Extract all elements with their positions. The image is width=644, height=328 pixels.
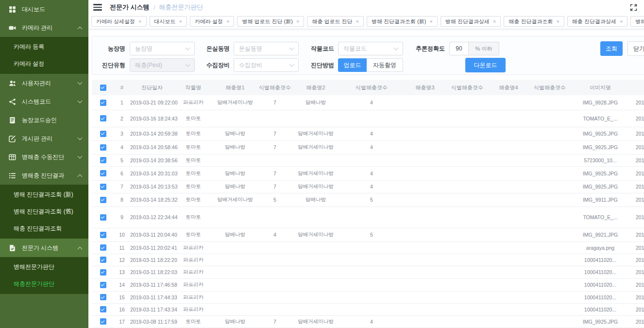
search-button[interactable]: 조회 [600,41,623,56]
tab-bar: 카메라 상세설정×대시보드×카메라 설정×병해 업로드 진단 (新)×해충 업로… [88,15,644,29]
cell-image: 1000411020... [571,266,630,278]
row-checkbox[interactable] [100,269,106,276]
close-tab-icon[interactable]: × [493,18,496,24]
row-checkbox[interactable] [100,232,106,238]
sidebar-item[interactable]: 병해충 수동진단 [0,148,88,166]
cell-count3 [446,140,488,154]
sidebar-subitem[interactable]: 병해전문가판단 [0,259,88,276]
cell-pest4 [488,166,529,180]
row-checkbox[interactable] [100,282,106,288]
row-checkbox[interactable] [100,197,106,203]
sidebar-item[interactable]: 사용자관리 [0,74,88,92]
chevron-down-icon [78,98,83,103]
select-all-checkbox[interactable] [100,85,106,91]
cell-pest1 [212,278,258,291]
tab-item[interactable]: 해충 진단결과조회× [504,16,564,27]
sidebar-item[interactable]: 전문가 시스템 [0,239,88,257]
row-checkbox[interactable] [100,214,106,221]
cell-count2 [339,207,404,228]
sidebar-item[interactable]: 시스템코드 [0,92,88,111]
row-checkbox[interactable] [100,115,106,121]
sidebar-subitem[interactable]: 해충전문가판단 [0,276,88,293]
row-checkbox[interactable] [100,294,106,300]
row-checkbox[interactable] [100,257,106,263]
sidebar-item[interactable]: 농장코드승인 [0,111,88,129]
cell-extra-cutoff: 2019 [630,303,644,315]
sidebar-subitem[interactable]: 병해 진단결과조회 (新) [0,186,88,203]
sidebar-subitem[interactable]: 해충 진단결과조회 [0,220,88,237]
cell-crop: 토마토 [174,166,212,180]
tab-item[interactable]: 카메라 상세설정× [91,16,147,27]
row-checkbox[interactable] [100,144,106,151]
tab-label: 병해 진단결과조회 (新) [372,18,426,25]
sidebar-item[interactable]: 카메라 관리 [0,18,88,37]
cell-pest2: 담배거세미나방 [292,315,339,328]
tab-item[interactable]: 카메라 설정× [190,16,235,27]
farm-name-select[interactable]: 농장명 [130,42,195,55]
tab-item[interactable]: 병해 진단결과상세× [441,16,501,27]
row-select-cell [92,254,114,266]
tab-item[interactable]: 대시보드× [150,16,187,27]
download-button[interactable]: 다운로드 [465,58,506,72]
cell-count4 [529,228,571,242]
close-tab-icon[interactable]: × [356,18,359,24]
cell-count1 [258,303,292,315]
close-tab-icon[interactable]: × [138,18,141,24]
close-tab-icon[interactable]: × [620,18,623,24]
close-tab-icon[interactable]: × [556,18,559,24]
dashboard-icon [9,6,16,13]
cell-pest3 [404,207,446,228]
content: 농장명 농장명 온실동명 온실동명 작물코드 작물코드 추론정확도 [88,29,644,328]
accuracy-input[interactable] [449,42,469,55]
cell-pest3 [404,110,446,127]
sidebar-item[interactable]: 병해충 진단결과 [0,166,88,185]
close-tab-icon[interactable]: × [179,18,182,24]
cell-count2: 4 [339,140,404,154]
tab-item[interactable]: 병해 업로드 진단 (新)× [237,16,304,27]
row-select-cell [92,154,114,166]
sidebar-subitem-label: 카메라 등록 [14,43,44,51]
expert-system-icon [9,244,16,252]
method-upload-option[interactable]: 업로드 [338,58,367,72]
row-checkbox[interactable] [100,244,106,251]
tab-item[interactable]: 해충 진단결과상세× [567,16,628,27]
cell-date: 2019-03-14 20:13:53 [130,180,174,193]
close-tab-icon[interactable]: × [226,18,229,24]
tab-item[interactable]: 병해전문가판단× [630,16,644,27]
row-checkbox[interactable] [100,318,106,325]
row-checkbox[interactable] [100,157,106,163]
sidebar-item[interactable]: 게시판 관리 [0,129,88,148]
row-checkbox[interactable] [100,131,106,137]
method-autocapture-option[interactable]: 자동촬영 [367,58,403,72]
row-checkbox[interactable] [100,306,106,312]
device-select[interactable]: 수집장비 [234,58,299,72]
cell-count2: 4 [339,127,404,140]
cell-pest2 [292,266,339,278]
tab-item[interactable]: 해충 업로드 진단× [307,16,364,27]
cell-count2 [339,266,404,278]
fullscreen-icon[interactable] [630,4,637,11]
close-button[interactable]: 닫기 [627,41,644,56]
close-tab-icon[interactable]: × [296,18,299,24]
greenhouse-select[interactable]: 온실동명 [234,42,299,55]
menu-toggle-icon[interactable] [93,4,102,11]
cell-image: 5723000_10... [571,154,630,166]
column-header: 식별해충갯수 [446,80,488,95]
row-checkbox[interactable] [100,170,106,176]
sidebar-subitem[interactable]: 병해 진단결과조회 (舊) [0,203,88,220]
cell-count4 [529,127,571,140]
row-checkbox[interactable] [100,100,106,106]
sidebar-subitem[interactable]: 카메라 등록 [0,38,88,55]
tab-item[interactable]: 병해 진단결과조회 (新)× [367,16,438,27]
sidebar-item[interactable]: 대시보드 [0,0,88,18]
table-row: 122019-03-11 18:22:20파프리카1000411020...20… [92,254,644,266]
close-tab-icon[interactable]: × [429,18,432,24]
cell-count1 [258,278,292,291]
diagnosis-type-select[interactable]: 해충(Pest) [130,58,195,72]
cell-date: 2019-03-11 17:43:34 [130,303,174,315]
cell-image: IMG_9911.JPG [571,193,630,207]
row-checkbox[interactable] [100,184,106,190]
tab-label: 병해 업로드 진단 (新) [242,18,293,25]
sidebar-subitem[interactable]: 카메라 설정 [0,55,88,72]
crop-code-select[interactable]: 작물코드 [338,42,403,55]
